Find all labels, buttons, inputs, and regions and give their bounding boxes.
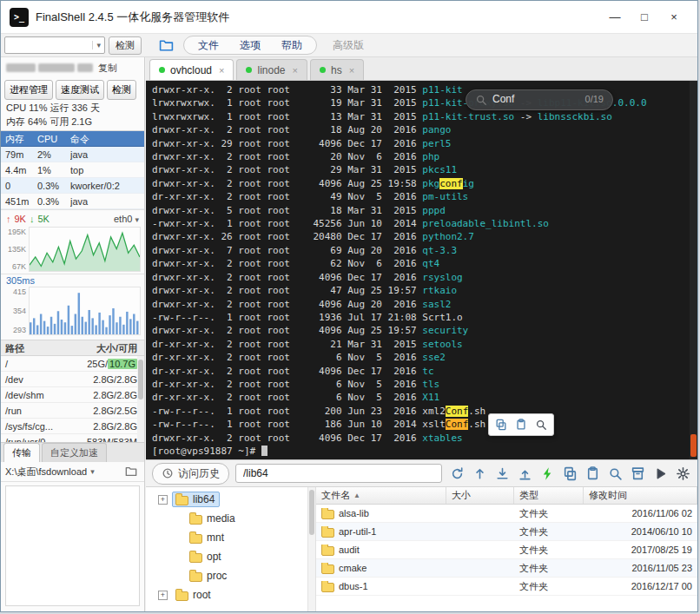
close-button[interactable]: × (659, 6, 689, 29)
menu-item-文件[interactable]: 文件 (188, 36, 229, 54)
file-row-audit[interactable]: audit文件夹2017/08/25 19 (316, 541, 697, 559)
close-tab-icon[interactable]: × (219, 65, 224, 76)
tree-item-root[interactable]: +root (146, 585, 315, 604)
col-filetype[interactable]: 类型 (514, 487, 584, 504)
terminal-prompt: [root@vps91887 ~]# (152, 445, 697, 458)
file-row-cmake[interactable]: cmake文件夹2016/11/05 23 (316, 559, 697, 578)
line-name-segment: -> (514, 111, 538, 122)
paste-icon[interactable] (584, 465, 601, 482)
session-tab-ovhcloud[interactable]: ovhcloud× (149, 59, 234, 80)
col-filesize[interactable]: 大小 (446, 487, 514, 504)
paste-icon[interactable] (512, 416, 530, 433)
history-button[interactable]: 访问历史 (152, 463, 229, 485)
tree-item-lib64[interactable]: +lib64 (146, 490, 315, 509)
line-meta: dr-xr-xr-x. 2 root root 49 Nov 5 2016 (152, 191, 422, 202)
bolt-icon[interactable] (538, 465, 556, 482)
terminal[interactable]: drwxr-xr-x. 2 root root 33 Mar 31 2015 p… (146, 81, 697, 459)
col-command[interactable]: 命令 (70, 131, 144, 146)
sidebar-button-进程管理[interactable]: 进程管理 (4, 80, 53, 100)
chevron-down-icon: ▾ (92, 41, 104, 50)
file-toolbar-icons (448, 465, 691, 482)
expand-icon[interactable]: + (158, 591, 168, 600)
disk-path: /run/usr/0 (1, 434, 63, 442)
detect-button[interactable]: 检测 (109, 36, 142, 55)
line-name-segment: Conf (446, 406, 469, 417)
sidebar-button-检测[interactable]: 检测 (107, 80, 136, 100)
tree-label-box: lib64 (172, 492, 220, 507)
sidebar-button-速度测试[interactable]: 速度测试 (56, 80, 104, 100)
process-cpu: 2% (37, 147, 70, 162)
archive-icon[interactable] (629, 465, 646, 482)
tree-item-proc[interactable]: proc (146, 566, 315, 585)
disk-size: 2.8G/2.8G (63, 372, 137, 386)
maximize-button[interactable]: □ (630, 6, 659, 29)
close-tab-icon[interactable]: × (349, 65, 354, 76)
tree-item-opt[interactable]: opt (146, 547, 315, 566)
tree-item-mnt[interactable]: mnt (146, 528, 315, 547)
disk-table-scrollbar[interactable] (137, 356, 144, 442)
transfer-list[interactable] (5, 485, 140, 606)
search-icon[interactable] (606, 465, 624, 482)
file-row-alsa-lib[interactable]: alsa-lib文件夹2016/11/06 02 (316, 505, 697, 523)
terminal-search-box[interactable]: Conf 0/19 (466, 89, 613, 110)
copy-link[interactable]: 复制 (98, 62, 117, 75)
menu-item-帮助[interactable]: 帮助 (271, 36, 313, 54)
upload-rate: 9K (15, 214, 26, 224)
terminal-line: drwxr-xr-x. 2 root root 33 Mar 31 2015 p… (152, 83, 697, 96)
terminal-scrollbar[interactable] (690, 81, 697, 459)
file-name-cell: audit (316, 545, 446, 556)
line-meta: drwxr-xr-x. 2 root root 18 Aug 20 2016 (152, 124, 422, 135)
line-name-segment: tc (422, 366, 433, 377)
download-icon[interactable] (493, 465, 511, 482)
terminal-line: dr-xr-xr-x. 2 root root 6 Nov 5 2016 tls (152, 378, 697, 391)
copy-icon[interactable] (492, 416, 510, 433)
path-input[interactable] (235, 464, 442, 483)
file-row-apr-util-1[interactable]: apr-util-1文件夹2014/06/10 10 (316, 523, 697, 541)
interface-select[interactable]: eth0 ▾ (114, 214, 139, 224)
search-icon[interactable] (532, 416, 550, 433)
open-folder-icon[interactable] (157, 36, 175, 54)
tab-自定义加速[interactable]: 自定义加速 (42, 443, 107, 462)
tree-item-media[interactable]: media (146, 509, 315, 528)
terminal-line: drwxr-xr-x. 2 root root 4096 Dec 17 2016… (152, 432, 697, 445)
minimize-button[interactable]: — (600, 6, 630, 29)
open-download-folder-icon[interactable] (122, 463, 140, 480)
upload-icon[interactable] (516, 465, 533, 482)
close-tab-icon[interactable]: × (293, 65, 298, 76)
line-name-segment: sse2 (422, 352, 446, 363)
copy-icon[interactable] (561, 465, 578, 482)
menu-item-选项[interactable]: 选项 (229, 36, 271, 54)
up-icon[interactable] (471, 465, 488, 482)
terminal-line: -rwxr-xr-x. 1 root root 45256 Jun 10 201… (152, 217, 697, 230)
session-tab-linode[interactable]: linode× (236, 59, 307, 80)
server-select[interactable]: ▾ (4, 36, 105, 54)
col-filename[interactable]: 文件名▲ (316, 487, 446, 504)
download-path[interactable]: X:\桌面\fsdownload (5, 465, 87, 479)
chevron-down-icon[interactable]: ▾ (90, 467, 95, 476)
col-path[interactable]: 路径 (1, 340, 63, 355)
col-modified[interactable]: 修改时间 (584, 487, 697, 504)
tab-传输[interactable]: 传输 (3, 443, 40, 462)
terminal-scrollbar-thumb[interactable] (690, 434, 697, 457)
disk-size: 2.8G/2.8G (63, 387, 137, 402)
expand-icon[interactable]: + (158, 495, 168, 505)
cpu-summary: CPU 11% 运行 336 天 (1, 101, 144, 115)
refresh-icon[interactable] (448, 465, 466, 482)
col-size[interactable]: 大小/可用 (63, 340, 137, 355)
tree-scrollbar[interactable] (307, 487, 315, 611)
disk-free: 583M (113, 437, 137, 442)
file-name: audit (339, 545, 360, 555)
process-cpu: 1% (37, 162, 70, 177)
file-row-dbus-1[interactable]: dbus-1文件夹2016/12/17 00 (316, 578, 697, 596)
process-row: 00.3%kworker/0:2 (1, 178, 144, 194)
session-tab-hs[interactable]: hs× (310, 59, 364, 80)
gear-icon[interactable] (674, 465, 691, 482)
play-icon[interactable] (651, 465, 669, 482)
chevron-down-icon: ▾ (135, 215, 139, 224)
edition-label[interactable]: 高级版 (333, 38, 364, 53)
col-cpu[interactable]: CPU (37, 131, 70, 146)
col-memory[interactable]: 内存 (1, 131, 37, 146)
ping-y-label: 293 (13, 326, 26, 334)
search-query[interactable]: Conf (492, 93, 514, 106)
disk-free: 2.8G (116, 421, 137, 432)
